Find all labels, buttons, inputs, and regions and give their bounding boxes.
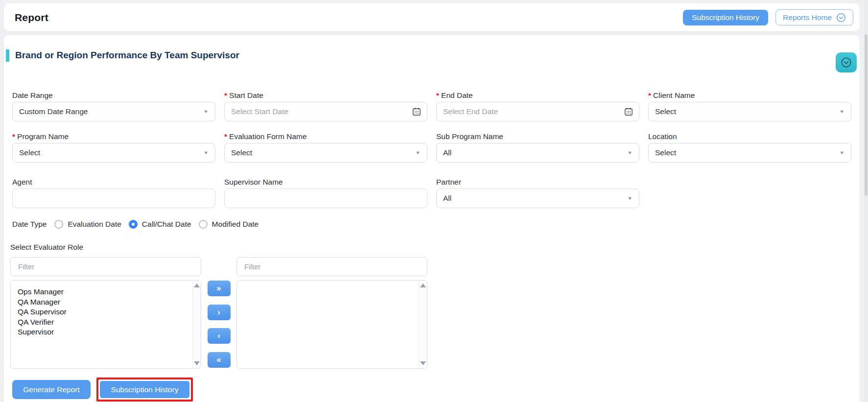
header-actions: Subscription History Reports Home xyxy=(683,9,853,25)
supervisor-name-input[interactable] xyxy=(224,189,427,208)
required-asterisk: * xyxy=(436,91,439,99)
reports-home-label: Reports Home xyxy=(783,13,832,22)
list-item[interactable]: Ops Manager xyxy=(18,287,190,297)
evaluation-form-name-select[interactable]: Select ▼ xyxy=(224,143,427,163)
radio-evaluation-date[interactable]: Evaluation Date xyxy=(54,220,121,229)
select-value: Select xyxy=(231,148,252,157)
move-all-left-button[interactable]: « xyxy=(208,352,231,368)
move-all-right-button[interactable]: » xyxy=(208,281,231,296)
radio-icon[interactable] xyxy=(129,220,138,229)
select-value: Select xyxy=(655,107,676,116)
field-supervisor-name: Supervisor Name xyxy=(224,178,427,208)
available-roles-filter-input[interactable] xyxy=(10,257,201,276)
radio-label: Modified Date xyxy=(212,220,259,229)
field-label: *Program Name xyxy=(12,132,215,142)
report-filter-form: Date Range Custom Date Range ▼ *Start Da… xyxy=(12,91,851,402)
input-placeholder: Select End Date xyxy=(443,107,498,116)
caret-down-icon: ▼ xyxy=(839,150,845,155)
field-evaluation-form-name: *Evaluation Form Name Select ▼ xyxy=(224,132,427,163)
select-value: All xyxy=(443,148,451,157)
subscription-history-button[interactable]: Subscription History xyxy=(100,381,189,398)
radio-label: Evaluation Date xyxy=(68,220,121,229)
selected-roles-listbox[interactable] xyxy=(236,280,427,369)
listbox-scrollbar[interactable] xyxy=(192,281,201,368)
reports-home-button[interactable]: Reports Home xyxy=(775,9,853,25)
agent-input[interactable] xyxy=(12,189,215,208)
page-scrollbar[interactable] xyxy=(864,0,868,402)
available-roles-listbox[interactable]: Ops ManagerQA ManagerQA SupervisorQA Ver… xyxy=(10,280,201,369)
selected-roles-list xyxy=(237,281,418,368)
field-label: Supervisor Name xyxy=(224,178,427,187)
end-date-input[interactable]: Select End Date xyxy=(436,102,639,121)
caret-down-icon: ▼ xyxy=(203,109,209,114)
scroll-down-icon[interactable] xyxy=(420,361,426,365)
scrollbar-thumb[interactable] xyxy=(865,34,868,196)
caret-down-icon: ▼ xyxy=(415,150,421,155)
client-name-select[interactable]: Select ▼ xyxy=(648,102,851,121)
list-item[interactable]: Supervisor xyxy=(18,327,190,337)
partner-select[interactable]: All ▼ xyxy=(436,189,639,208)
selected-roles-filter-input[interactable] xyxy=(236,257,427,276)
location-select[interactable]: Select ▼ xyxy=(648,143,851,163)
available-roles-list: Ops ManagerQA ManagerQA SupervisorQA Ver… xyxy=(11,281,192,368)
listbox-scrollbar[interactable] xyxy=(419,281,427,368)
field-program-name: *Program Name Select ▼ xyxy=(12,132,215,163)
field-label: Partner xyxy=(436,178,639,187)
sub-program-name-select[interactable]: All ▼ xyxy=(436,143,639,163)
required-asterisk: * xyxy=(224,132,227,141)
scroll-up-icon[interactable] xyxy=(194,284,200,287)
header-bar: Report Subscription History Reports Home xyxy=(4,3,860,31)
generate-report-button[interactable]: Generate Report xyxy=(12,380,91,399)
field-label: *Evaluation Form Name xyxy=(224,132,427,142)
calendar-icon[interactable] xyxy=(624,107,633,117)
list-item[interactable]: QA Verifier xyxy=(18,317,190,328)
select-value: All xyxy=(443,194,451,203)
red-highlight-box: Subscription History xyxy=(96,378,193,402)
date-type-radio-group: Date Type Evaluation Date Call/Chat Date… xyxy=(12,219,851,229)
caret-down-icon: ▼ xyxy=(839,109,845,114)
panel-title: Brand or Region Performance By Team Supe… xyxy=(15,50,239,61)
field-label: Location xyxy=(648,132,851,142)
move-right-button[interactable]: › xyxy=(208,305,231,320)
scroll-down-icon[interactable] xyxy=(194,361,200,365)
radio-label: Call/Chat Date xyxy=(142,220,191,229)
select-value: Select xyxy=(19,148,40,157)
field-start-date: *Start Date Select Start Date xyxy=(224,91,427,121)
date-range-select[interactable]: Custom Date Range ▼ xyxy=(12,102,215,121)
date-type-label: Date Type xyxy=(12,220,47,229)
required-asterisk: * xyxy=(648,91,651,99)
program-name-select[interactable]: Select ▼ xyxy=(12,143,215,163)
field-sub-program-name: Sub Program Name All ▼ xyxy=(436,132,639,163)
field-partner: Partner All ▼ xyxy=(436,178,639,208)
field-label: *Start Date xyxy=(224,91,427,100)
chevron-down-circle-icon xyxy=(841,57,852,68)
field-end-date: *End Date Select End Date xyxy=(436,91,639,121)
input-placeholder: Select Start Date xyxy=(231,107,288,116)
radio-call-chat-date[interactable]: Call/Chat Date xyxy=(129,220,191,229)
select-value: Custom Date Range xyxy=(19,107,88,116)
field-label: *Client Name xyxy=(648,91,851,100)
start-date-input[interactable]: Select Start Date xyxy=(224,102,427,121)
field-label: *End Date xyxy=(436,91,639,100)
required-asterisk: * xyxy=(224,91,227,99)
chevron-down-circle-icon xyxy=(836,13,846,23)
radio-icon[interactable] xyxy=(54,220,63,229)
page-title: Report xyxy=(15,12,48,24)
subscription-history-header-button[interactable]: Subscription History xyxy=(683,10,768,25)
title-accent-bar xyxy=(6,49,9,62)
list-item[interactable]: QA Supervisor xyxy=(18,307,190,317)
move-left-button[interactable]: ‹ xyxy=(208,328,231,344)
form-actions: Generate Report Subscription History xyxy=(12,378,851,402)
select-value: Select xyxy=(655,148,676,157)
field-location: Location Select ▼ xyxy=(648,132,851,163)
calendar-icon[interactable] xyxy=(412,107,422,117)
required-asterisk: * xyxy=(12,132,15,141)
collapse-panel-button[interactable] xyxy=(836,52,857,72)
select-evaluator-role-label: Select Evaluator Role xyxy=(10,243,851,252)
list-item[interactable]: QA Manager xyxy=(18,297,190,307)
field-label: Sub Program Name xyxy=(436,132,639,142)
radio-icon[interactable] xyxy=(199,220,208,229)
scroll-up-icon[interactable] xyxy=(420,284,426,287)
caret-down-icon: ▼ xyxy=(203,150,209,155)
radio-modified-date[interactable]: Modified Date xyxy=(199,220,259,229)
